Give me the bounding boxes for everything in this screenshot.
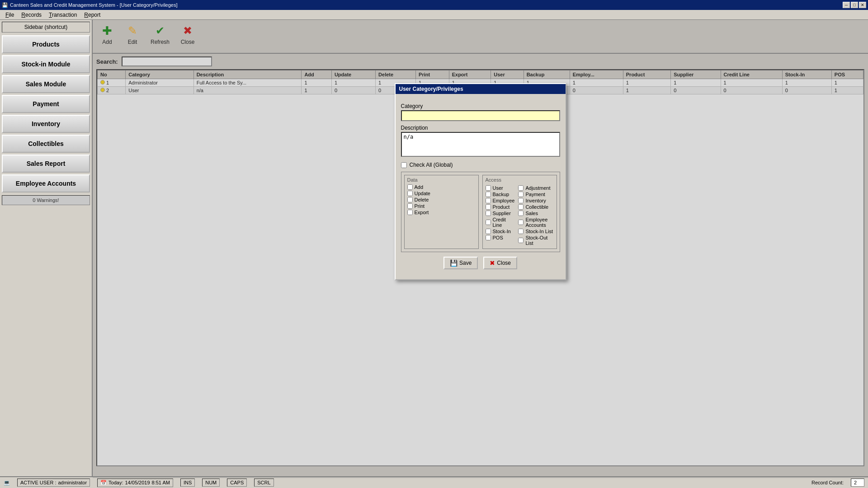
title-bar-left: 💾 Canteen Sales and Credit Management Sy… [2, 2, 178, 8]
sidebar-item-stockin[interactable]: Stock-in Module [2, 55, 90, 73]
perm-backup: Backup [486, 192, 515, 197]
sidebar-item-collectibles[interactable]: Collectibles [2, 135, 90, 153]
menu-bar: File Records Transaction Report [0, 10, 868, 20]
sidebar-item-inventory[interactable]: Inventory [2, 115, 90, 133]
perm-adjustment-label: Adjustment [525, 185, 550, 191]
check-all-container: Check All (Global) [401, 162, 560, 168]
check-all-checkbox[interactable] [401, 162, 407, 168]
perm-update-checkbox[interactable] [407, 191, 413, 196]
category-input[interactable] [401, 110, 560, 121]
perm-creditline-label: Credit Line [493, 217, 515, 228]
perm-update: Update [407, 191, 476, 196]
perm-collectible-checkbox[interactable] [518, 204, 524, 210]
ins-label: INS [184, 480, 192, 485]
perm-delete-checkbox[interactable] [407, 197, 413, 202]
perm-add-label: Add [415, 184, 424, 190]
perm-product-checkbox[interactable] [486, 204, 491, 210]
perm-stockout-list-checkbox[interactable] [518, 238, 524, 243]
perm-export-checkbox[interactable] [407, 210, 413, 215]
content-area: ✚ Add ✎ Edit ✔ Refresh ✖ Close Search [93, 20, 868, 478]
ins-indicator: INS [180, 479, 195, 487]
data-group-title: Data [407, 177, 476, 183]
perm-stockout-list-label: Stock-Out List [525, 235, 553, 246]
category-label: Category [401, 103, 560, 109]
perm-print-label: Print [415, 203, 425, 209]
perm-backup-checkbox[interactable] [486, 192, 491, 197]
save-icon: 💾 [450, 259, 458, 267]
perm-creditline-checkbox[interactable] [486, 220, 491, 225]
sidebar-title: Sidebar (shortcut) [2, 22, 90, 33]
perm-add: Add [407, 184, 476, 190]
description-label: Description [401, 125, 560, 131]
active-user-container: ACTIVE USER : administrator [17, 479, 90, 487]
perm-sales: Sales [518, 211, 553, 216]
perm-employee: Employee [486, 198, 515, 203]
perm-stockin-list-checkbox[interactable] [518, 229, 524, 234]
perm-user-checkbox[interactable] [486, 185, 491, 191]
modal-save-button[interactable]: 💾 Save [443, 257, 478, 269]
perm-stockin-list-label: Stock-In List [525, 229, 553, 234]
access-right: Adjustment Payment Invento [518, 184, 553, 247]
minimize-button[interactable]: ─ [843, 2, 850, 8]
perm-sales-checkbox[interactable] [518, 211, 524, 216]
menu-report[interactable]: Report [80, 11, 104, 19]
app-status-icon: 💻 [4, 480, 10, 486]
datetime-container: 📅 Today: 14/05/2019 8:51 AM [97, 479, 173, 487]
description-textarea[interactable]: n/a [401, 132, 560, 157]
sidebar-item-sales[interactable]: Sales Module [2, 75, 90, 93]
perm-collectible: Collectible [518, 204, 553, 210]
record-count-label: Record Count: [811, 480, 844, 485]
perm-stockin-label: Stock-In [493, 229, 511, 234]
perm-print-checkbox[interactable] [407, 203, 413, 209]
modal-close-label: Close [497, 260, 511, 266]
perm-add-checkbox[interactable] [407, 184, 413, 190]
perm-payment-checkbox[interactable] [518, 192, 524, 197]
num-indicator: NUM [202, 479, 220, 487]
time-value: 8:51 AM [152, 480, 170, 485]
perm-export-label: Export [415, 210, 429, 215]
perm-employee-accounts-label: Employee Accounts [525, 217, 553, 228]
perm-backup-label: Backup [493, 192, 509, 197]
perm-pos-checkbox[interactable] [486, 235, 491, 240]
main-layout: Sidebar (shortcut) Products Stock-in Mod… [0, 20, 868, 478]
num-label: NUM [205, 480, 217, 485]
perm-stockout-list: Stock-Out List [518, 235, 553, 246]
perm-supplier-checkbox[interactable] [486, 211, 491, 216]
perm-employee-accounts: Employee Accounts [518, 217, 553, 228]
record-count-value: 2 [851, 479, 864, 487]
perm-employee-accounts-checkbox[interactable] [518, 220, 524, 225]
content-inner: ✚ Add ✎ Edit ✔ Refresh ✖ Close Search [93, 20, 868, 478]
perm-employee-checkbox[interactable] [486, 198, 491, 203]
title-bar-controls[interactable]: ─ □ ✕ [843, 2, 866, 8]
sidebar-item-payment[interactable]: Payment [2, 95, 90, 113]
maximize-button[interactable]: □ [851, 2, 858, 8]
perm-stockin-checkbox[interactable] [486, 229, 491, 234]
perm-payment-label: Payment [525, 192, 545, 197]
perm-print: Print [407, 203, 476, 209]
sidebar-item-products[interactable]: Products [2, 35, 90, 53]
modal-close-button[interactable]: ✖ Close [483, 257, 517, 269]
sidebar: Sidebar (shortcut) Products Stock-in Mod… [0, 20, 93, 478]
perm-inventory: Inventory [518, 198, 553, 203]
menu-records[interactable]: Records [18, 11, 45, 19]
perm-inventory-checkbox[interactable] [518, 198, 524, 203]
perm-creditline: Credit Line [486, 217, 515, 228]
caps-indicator: CAPS [227, 479, 247, 487]
perm-collectible-label: Collectible [525, 204, 548, 210]
modal-body: Category Description n/a Check All (Glob… [396, 94, 566, 279]
menu-transaction[interactable]: Transaction [45, 11, 80, 19]
perm-supplier-label: Supplier [493, 211, 511, 216]
perm-adjustment-checkbox[interactable] [518, 185, 524, 191]
perm-user: User [486, 185, 515, 191]
perm-adjustment: Adjustment [518, 185, 553, 191]
menu-file[interactable]: File [2, 11, 18, 19]
close-window-button[interactable]: ✕ [859, 2, 866, 8]
scrl-label: SCRL [257, 480, 270, 485]
perm-update-label: Update [415, 191, 430, 196]
save-label: Save [459, 260, 472, 266]
sidebar-item-employee-accounts[interactable]: Employee Accounts [2, 174, 90, 192]
sidebar-item-salesreport[interactable]: Sales Report [2, 155, 90, 173]
active-user-label: ACTIVE USER : [20, 480, 56, 485]
modal-title: User Category/Privileges [399, 86, 463, 92]
modal-title-bar: User Category/Privileges [396, 84, 566, 94]
